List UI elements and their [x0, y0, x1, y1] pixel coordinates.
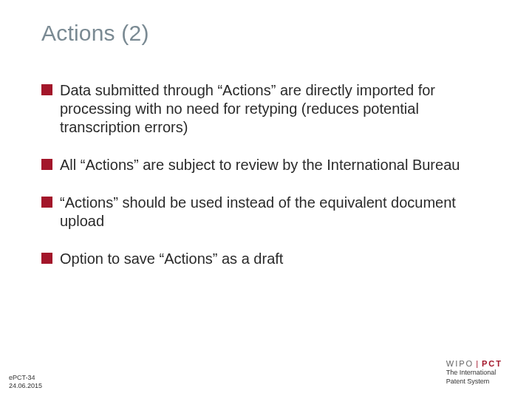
slide-title: Actions (2) [41, 21, 149, 46]
list-item: Option to save “Actions” as a draft [41, 250, 492, 268]
bullet-list: Data submitted through “Actions” are dir… [41, 81, 492, 287]
bullet-icon [41, 159, 52, 170]
bullet-text: All “Actions” are subject to review by t… [60, 156, 460, 174]
bullet-icon [41, 253, 52, 264]
logo-line: WIPO|PCT [446, 359, 502, 368]
bullet-text: Data submitted through “Actions” are dir… [60, 81, 492, 137]
slide: Actions (2) Data submitted through “Acti… [0, 0, 532, 399]
bullet-icon [41, 84, 52, 95]
list-item: “Actions” should be used instead of the … [41, 194, 492, 231]
footer-logo: WIPO|PCT The International Patent System [446, 359, 502, 386]
logo-subtitle-1: The International [446, 369, 502, 377]
logo-subtitle-2: Patent System [446, 378, 502, 386]
footer-date: 24.06.2015 [9, 382, 42, 390]
logo-pct: PCT [482, 359, 502, 368]
list-item: All “Actions” are subject to review by t… [41, 156, 492, 174]
footer-left: ePCT-34 24.06.2015 [9, 374, 42, 390]
list-item: Data submitted through “Actions” are dir… [41, 81, 492, 137]
logo-separator-icon: | [476, 359, 480, 368]
bullet-text: Option to save “Actions” as a draft [60, 250, 283, 268]
footer-code: ePCT-34 [9, 374, 42, 382]
bullet-text: “Actions” should be used instead of the … [60, 194, 492, 231]
bullet-icon [41, 197, 52, 208]
logo-wipo: WIPO [446, 359, 474, 368]
